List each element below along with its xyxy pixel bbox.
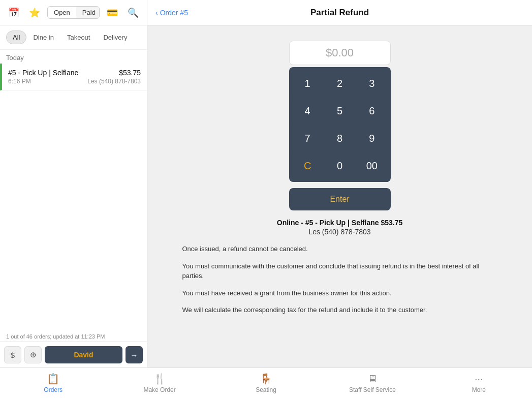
key-0[interactable]: 0 [324, 152, 355, 179]
disclaimers: Once issued, a refund cannot be canceled… [182, 244, 497, 322]
nav-more[interactable]: ··· More [426, 368, 532, 398]
right-panel: $0.00 1 2 3 4 5 6 7 8 9 C 0 00 Enter Onl… [147, 25, 532, 368]
key-4[interactable]: 4 [292, 98, 323, 124]
order-summary: Online - #5 - Pick Up | Selflane $53.75 … [277, 219, 402, 236]
nav-seating[interactable]: 🪑 Seating [213, 368, 319, 398]
more-icon: ··· [475, 373, 483, 385]
order-row-bottom: 6:16 PM Les (540) 878-7803 [8, 78, 141, 85]
orders-list: Today #5 - Pick Up | Selflane $53.75 6:1… [0, 50, 147, 331]
arrow-button[interactable]: → [126, 346, 143, 363]
move-button[interactable]: ⊕ [24, 346, 42, 363]
key-3[interactable]: 3 [356, 70, 387, 97]
user-button[interactable]: David [45, 346, 122, 363]
sidebar-bottom: $ ⊕ David → [0, 342, 147, 368]
top-bar: 📅 ⭐ Open Paid 💳 🔍 ‹ Order #5 Partial Ref… [0, 0, 532, 25]
filter-tabs: All Dine in Takeout Delivery [0, 25, 147, 50]
nav-make-order-label: Make Order [143, 386, 175, 393]
nav-orders[interactable]: 📋 Orders [0, 368, 106, 398]
nav-staff-label: Staff Self Service [349, 386, 396, 393]
sidebar: All Dine in Takeout Delivery Today #5 - … [0, 25, 147, 368]
filter-tab-takeout[interactable]: Takeout [60, 30, 97, 44]
order-customer: Les (540) 878-7803 [87, 78, 141, 85]
order-time: 6:16 PM [8, 78, 31, 85]
nav-more-label: More [472, 386, 486, 393]
section-today: Today [0, 50, 147, 64]
numpad: 1 2 3 4 5 6 7 8 9 C 0 00 [289, 67, 391, 182]
filter-tab-delivery[interactable]: Delivery [97, 30, 134, 44]
enter-button[interactable]: Enter [289, 188, 391, 210]
key-5[interactable]: 5 [324, 98, 355, 124]
card-icon[interactable]: 💳 [105, 5, 120, 21]
amount-display: $0.00 [289, 41, 391, 65]
disclaimer-4: We will calculate the corresponding tax … [182, 305, 497, 315]
key-9[interactable]: 9 [356, 125, 387, 151]
disclaimer-2: You must communicate with the customer a… [182, 261, 497, 281]
make-order-icon: 🍴 [153, 373, 166, 385]
order-info-line2: Les (540) 878-7803 [277, 228, 402, 236]
order-row-top: #5 - Pick Up | Selflane $53.75 [8, 69, 141, 77]
search-icon[interactable]: 🔍 [125, 5, 141, 21]
paid-toggle[interactable]: Paid [76, 7, 100, 18]
toggle-group: Open Paid [47, 6, 100, 19]
back-button[interactable]: ‹ Order #5 [155, 9, 188, 17]
nav-orders-label: Orders [44, 386, 62, 393]
star-icon[interactable]: ⭐ [27, 5, 43, 21]
top-bar-right: ‹ Order #5 Partial Refund [147, 8, 532, 18]
nav-seating-label: Seating [256, 386, 276, 393]
filter-tab-dinein[interactable]: Dine in [26, 30, 60, 44]
orders-icon: 📋 [47, 373, 59, 385]
order-name: #5 - Pick Up | Selflane [8, 69, 78, 77]
filter-tab-all[interactable]: All [6, 30, 26, 44]
order-amount: $53.75 [119, 69, 141, 77]
bottom-nav: 📋 Orders 🍴 Make Order 🪑 Seating 🖥 Staff … [0, 368, 532, 398]
nav-make-order[interactable]: 🍴 Make Order [106, 368, 212, 398]
key-1[interactable]: 1 [292, 70, 323, 97]
order-info-line1: Online - #5 - Pick Up | Selflane $53.75 [277, 219, 402, 227]
key-7[interactable]: 7 [292, 125, 323, 151]
key-2[interactable]: 2 [324, 70, 355, 97]
nav-staff-self-service[interactable]: 🖥 Staff Self Service [319, 368, 425, 398]
key-6[interactable]: 6 [356, 98, 387, 124]
sidebar-footer-text: 1 out of 46 orders; updated at 11:23 PM [0, 331, 147, 342]
key-00[interactable]: 00 [356, 152, 387, 179]
back-label: Order #5 [160, 9, 188, 17]
chevron-left-icon: ‹ [155, 9, 158, 17]
staff-self-service-icon: 🖥 [367, 373, 378, 385]
top-bar-left: 📅 ⭐ Open Paid 💳 🔍 [0, 0, 147, 25]
seating-icon: 🪑 [260, 373, 272, 385]
calendar-icon[interactable]: 📅 [6, 5, 22, 21]
list-item[interactable]: #5 - Pick Up | Selflane $53.75 6:16 PM L… [0, 64, 147, 90]
key-clear[interactable]: C [292, 152, 323, 179]
open-toggle[interactable]: Open [48, 7, 76, 18]
main-content: All Dine in Takeout Delivery Today #5 - … [0, 25, 532, 368]
dollar-button[interactable]: $ [4, 346, 21, 363]
key-8[interactable]: 8 [324, 125, 355, 151]
disclaimer-1: Once issued, a refund cannot be canceled… [182, 244, 497, 254]
disclaimer-3: You must have received a grant from the … [182, 288, 497, 298]
page-title: Partial Refund [310, 8, 369, 18]
